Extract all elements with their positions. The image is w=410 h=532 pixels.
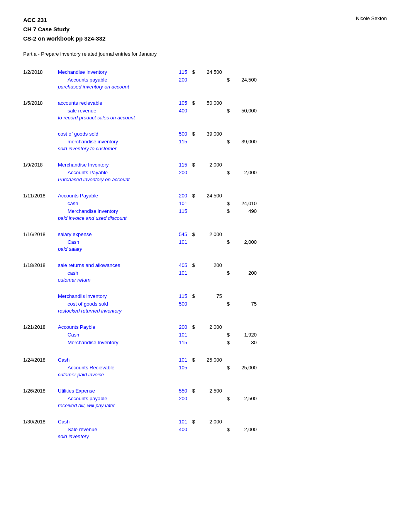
entry-description: to record product sales on account — [58, 115, 135, 121]
entry-block-1: 1/5/2018accounts recievable105$50,000sal… — [23, 99, 387, 121]
account-ref: 200 — [166, 169, 189, 177]
debit-amount: 25,000 — [195, 356, 222, 364]
entry-block-6: 1/18/2018sale returns and allowances405$… — [23, 262, 387, 283]
entry-row: 1/5/2018accounts recievable105$50,000 — [23, 99, 387, 107]
entry-date: 1/16/2018 — [23, 231, 58, 238]
credit-sign: $ — [222, 269, 230, 277]
account-ref: 545 — [166, 231, 189, 238]
account-ref: 115 — [166, 207, 189, 215]
debit-sign: $ — [189, 292, 195, 300]
credit-sign: $ — [222, 169, 230, 177]
student-name: Nicole Sexton — [356, 15, 387, 43]
credit-sign: $ — [222, 364, 230, 372]
account-name: Merchandiis inventory — [58, 292, 166, 300]
header: ACC 231 CH 7 Case Study CS-2 on workbook… — [23, 15, 387, 43]
credit-amount: 80 — [230, 339, 257, 347]
credit-amount: 490 — [230, 207, 257, 215]
entry-block-2: cost of goods sold500$39,000merchandise … — [23, 130, 387, 151]
account-name: sale revenue — [58, 107, 166, 115]
entry-description-row: to record product sales on account — [23, 115, 387, 121]
entry-description-row: sold inventory — [23, 433, 387, 439]
account-name: Merchandise Inventory — [58, 161, 166, 169]
entry-description: cutomer paid invoice — [58, 372, 104, 377]
account-name: Accounts payable — [58, 76, 166, 84]
debit-amount: 2,000 — [195, 323, 222, 331]
credit-amount: 2,000 — [230, 238, 257, 246]
credit-sign: $ — [222, 331, 230, 339]
entry-date: 1/24/2018 — [23, 356, 58, 364]
entry-row: cost of goods sold500$39,000 — [23, 130, 387, 138]
entry-description: Purchased inventory on account — [58, 177, 130, 182]
debit-sign: $ — [189, 262, 195, 269]
chapter-title: CH 7 Case Study — [23, 25, 105, 34]
entry-row: Cash101$1,920 — [23, 331, 387, 339]
credit-sign: $ — [222, 138, 230, 146]
entry-row: 1/18/2018sale returns and allowances405$… — [23, 262, 387, 269]
debit-sign: $ — [189, 418, 195, 426]
account-name: Merchandise Inventory — [58, 339, 166, 347]
title-block: ACC 231 CH 7 Case Study CS-2 on workbook… — [23, 15, 105, 43]
credit-amount: 50,000 — [230, 107, 257, 115]
entry-row: Merchandise Inventory115$80 — [23, 339, 387, 347]
account-name: Mechandise Inventory — [58, 68, 166, 76]
account-ref: 400 — [166, 107, 189, 115]
entry-description-row: restocked returned inventory — [23, 308, 387, 314]
account-ref: 115 — [166, 339, 189, 347]
entry-description: cutomer return — [58, 277, 91, 283]
account-name: Accounts Payable — [58, 169, 166, 177]
entry-row: cost of goods sold500$75 — [23, 300, 387, 308]
entry-description-row: cutomer return — [23, 277, 387, 283]
debit-sign: $ — [189, 130, 195, 138]
account-name: Sale revenue — [58, 426, 166, 433]
entry-row: 1/11/2018Accounts Payable200$24,500 — [23, 192, 387, 200]
entry-description: paid salary — [58, 246, 82, 252]
account-ref: 200 — [166, 323, 189, 331]
entry-date: 1/11/2018 — [23, 192, 58, 200]
account-name: Accounts Payble — [58, 323, 166, 331]
account-name: sale returns and allowances — [58, 262, 166, 269]
entry-date: 1/26/2018 — [23, 387, 58, 395]
entry-row: Merchandiis inventory115$75 — [23, 292, 387, 300]
credit-sign: $ — [222, 395, 230, 403]
entry-row: Accounts payable200$24,500 — [23, 76, 387, 84]
entry-row: Accounts payable200$2,500 — [23, 395, 387, 403]
credit-amount: 25,000 — [230, 364, 257, 372]
account-ref: 101 — [166, 356, 189, 364]
debit-amount: 200 — [195, 262, 222, 269]
credit-sign: $ — [222, 207, 230, 215]
entry-date: 1/21/2018 — [23, 323, 58, 331]
account-name: cash — [58, 200, 166, 207]
entry-date: 1/9/2018 — [23, 161, 58, 169]
entry-row: Accounts Payable200$2,000 — [23, 169, 387, 177]
credit-sign: $ — [222, 300, 230, 308]
debit-sign: $ — [189, 192, 195, 200]
entry-description-row: sold inventory to customer — [23, 146, 387, 151]
credit-sign: $ — [222, 76, 230, 84]
course-title: ACC 231 — [23, 15, 105, 25]
credit-sign: $ — [222, 339, 230, 347]
entry-row: 1/30/2018Cash101$2,000 — [23, 418, 387, 426]
entry-date: 1/5/2018 — [23, 99, 58, 107]
debit-sign: $ — [189, 356, 195, 364]
credit-sign: $ — [222, 200, 230, 207]
debit-sign: $ — [189, 323, 195, 331]
account-name: Cash — [58, 418, 166, 426]
account-name: Accounts Recievable — [58, 364, 166, 372]
entry-description-row: paid invoice and used discount — [23, 215, 387, 221]
account-ref: 115 — [166, 68, 189, 76]
debit-amount: 50,000 — [195, 99, 222, 107]
entry-row: Merchandise inventory115$490 — [23, 207, 387, 215]
debit-amount: 24,500 — [195, 68, 222, 76]
credit-sign: $ — [222, 238, 230, 246]
account-name: salary expense — [58, 231, 166, 238]
entry-block-0: 1/2/2018Mechandise Inventory115$24,500Ac… — [23, 68, 387, 90]
account-ref: 101 — [166, 200, 189, 207]
account-ref: 101 — [166, 269, 189, 277]
entry-block-7: Merchandiis inventory115$75cost of goods… — [23, 292, 387, 314]
entry-description: sold inventory — [58, 433, 89, 439]
account-name: Accounts Payable — [58, 192, 166, 200]
account-ref: 115 — [166, 138, 189, 146]
entry-row: 1/26/2018Utilities Expense550$2,500 — [23, 387, 387, 395]
account-name: Accounts payable — [58, 395, 166, 403]
entry-description-row: cutomer paid invoice — [23, 372, 387, 377]
